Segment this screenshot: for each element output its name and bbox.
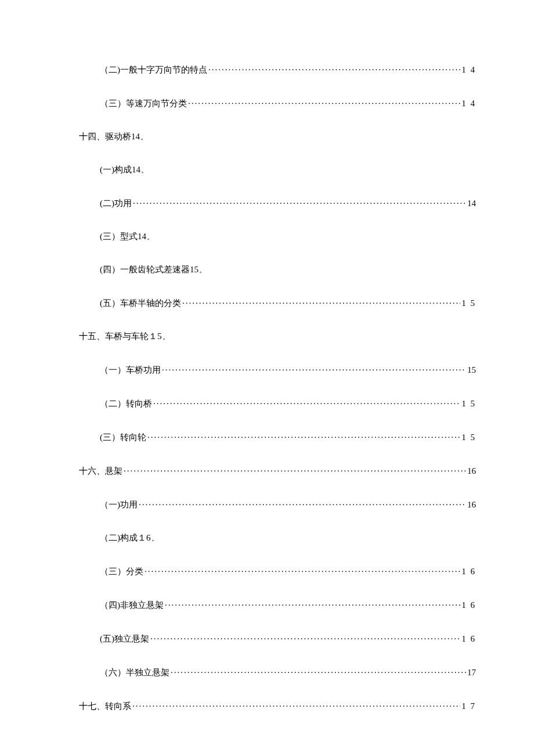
toc-leader-dots <box>162 364 466 373</box>
toc-entry: （四)非独立悬架1 6 <box>58 599 476 611</box>
toc-entry-page: 1 5 <box>461 298 476 308</box>
toc-entry: （二)构成１6。 <box>58 532 476 543</box>
toc-leader-dots <box>147 431 460 440</box>
toc-entry-title: (三）转向轮 <box>100 432 146 443</box>
toc-entry-page: 1 6 <box>461 567 476 577</box>
toc-leader-dots <box>150 633 460 642</box>
toc-entry: (五)独立悬架1 6 <box>58 633 476 645</box>
toc-entry: （一)功用16 <box>58 499 476 510</box>
toc-entry-title: （三）分类 <box>100 566 143 577</box>
toc-leader-dots <box>188 98 460 106</box>
toc-entry: （二)一般十字万向节的特点1 4 <box>58 64 476 75</box>
toc-entry-title: 十六、悬架 <box>79 466 122 477</box>
toc-entry-title: 十七、转向系 <box>79 701 131 712</box>
toc-entry-page: 1 6 <box>461 634 476 644</box>
toc-entry-page: 1 4 <box>461 65 476 75</box>
toc-entry-title: （二)构成１6 <box>100 533 151 542</box>
toc-leader-dots <box>171 667 466 675</box>
toc-entry-title: 十四、驱动桥14 <box>79 132 140 141</box>
toc-entry: (一)构成14。 <box>58 164 476 175</box>
toc-entry-title: （三）等速万向节分类 <box>100 98 187 109</box>
toc-entry: (二)功用14 <box>58 197 476 209</box>
toc-entry-title: (五)独立悬架 <box>100 633 149 645</box>
toc-entry-title: (五）车桥半轴的分类 <box>100 298 181 309</box>
toc-entry-page: 1 7 <box>461 701 476 711</box>
toc-entry-page: 14 <box>467 199 476 208</box>
toc-entry: （三）分类1 6 <box>58 566 476 577</box>
toc-entry: 十五、车桥与车轮１5。 <box>58 331 476 342</box>
toc-entry: 十四、驱动桥14。 <box>58 131 476 142</box>
toc-leader-dots <box>208 64 460 73</box>
toc-leader-dots <box>153 398 460 406</box>
toc-entry-page: 15 <box>467 365 476 375</box>
toc-leader-dots <box>139 499 466 507</box>
toc-entry-title: (二)功用 <box>100 198 132 209</box>
toc-entry: (三）转向轮1 5 <box>58 431 476 443</box>
toc-entry-title: (一)构成14 <box>100 165 140 174</box>
toc-entry-page: 1 4 <box>461 99 476 109</box>
toc-entry-marker: 。 <box>141 166 148 174</box>
toc-entry-marker: 。 <box>151 534 158 542</box>
toc-entry: 十七、转向系1 7 <box>58 700 476 712</box>
toc-entry: （二）转向桥1 5 <box>58 398 476 409</box>
toc-entry-title: (三）型式14 <box>100 232 146 241</box>
toc-leader-dots <box>124 465 466 474</box>
toc-entry: （一）车桥功用15 <box>58 364 476 376</box>
toc-entry: (四）一般齿轮式差速器15。 <box>58 264 476 275</box>
toc-entry-title: （六）半独立悬架 <box>100 667 169 678</box>
toc-entry-title: （二）转向桥 <box>100 398 152 409</box>
toc-entry-marker: 。 <box>199 266 206 274</box>
toc-leader-dots <box>182 297 460 306</box>
toc-entry-marker: 。 <box>163 333 169 341</box>
toc-entry-marker: 。 <box>147 233 154 241</box>
toc-entry-title: （二)一般十字万向节的特点 <box>100 64 207 75</box>
toc-entry-title: （一）车桥功用 <box>100 365 161 376</box>
toc-entry: 十六、悬架16 <box>58 465 476 477</box>
toc-entry-title: （一)功用 <box>100 499 138 510</box>
toc-entry-title: （四)非独立悬架 <box>100 600 164 611</box>
toc-entry-page: 1 6 <box>461 600 476 610</box>
toc-leader-dots <box>133 197 466 206</box>
toc-leader-dots <box>145 566 460 574</box>
toc-leader-dots <box>165 599 460 608</box>
toc-entry: (五）车桥半轴的分类1 5 <box>58 297 476 309</box>
toc-entry-page: 16 <box>467 466 476 476</box>
toc-entry-page: 1 5 <box>461 399 476 409</box>
toc-container: （二)一般十字万向节的特点1 4（三）等速万向节分类1 4十四、驱动桥14。(一… <box>58 64 476 712</box>
toc-entry-marker: 。 <box>140 133 147 141</box>
toc-entry-page: 16 <box>467 500 476 510</box>
toc-entry-title: 十五、车桥与车轮１5 <box>79 332 162 341</box>
toc-entry-page: 1 5 <box>461 433 476 442</box>
toc-entry: (三）型式14。 <box>58 231 476 242</box>
toc-entry: （六）半独立悬架17 <box>58 667 476 678</box>
toc-entry-title: (四）一般齿轮式差速器15 <box>100 265 199 274</box>
toc-leader-dots <box>132 700 460 709</box>
toc-entry: （三）等速万向节分类1 4 <box>58 98 476 109</box>
toc-entry-page: 17 <box>467 668 476 678</box>
